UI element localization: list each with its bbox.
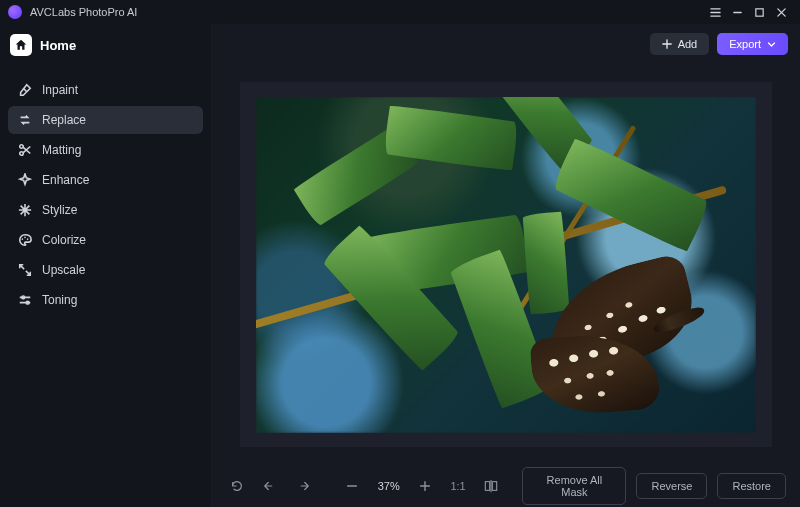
sidebar-tool-upscale[interactable]: Upscale [8, 256, 203, 284]
hamburger-menu-button[interactable] [704, 2, 726, 22]
sidebar: Home InpaintReplaceMattingEnhanceStylize… [0, 24, 212, 507]
add-button-label: Add [678, 38, 698, 50]
export-button-label: Export [729, 38, 761, 50]
sidebar-tool-inpaint[interactable]: Inpaint [8, 76, 203, 104]
home-label: Home [40, 38, 76, 53]
svg-rect-0 [755, 8, 762, 15]
expand-icon [18, 263, 32, 277]
svg-point-5 [27, 238, 29, 240]
image-preview[interactable] [256, 97, 756, 433]
svg-rect-8 [485, 482, 489, 491]
sidebar-tool-enhance[interactable]: Enhance [8, 166, 203, 194]
svg-point-1 [20, 145, 24, 149]
svg-point-2 [20, 152, 24, 156]
canvas-wrap [212, 64, 800, 465]
eraser-icon [18, 83, 32, 97]
bottom-toolbar: 37% 1:1 Remove All Mask Reverse Restore [212, 465, 800, 507]
canvas-stage[interactable] [240, 82, 772, 447]
zoom-percent: 37% [374, 480, 404, 492]
sidebar-tool-replace[interactable]: Replace [8, 106, 203, 134]
top-toolbar: Add Export [212, 24, 800, 64]
reverse-button[interactable]: Reverse [636, 473, 707, 499]
sidebar-tool-label: Inpaint [42, 83, 78, 97]
window-close-button[interactable] [770, 2, 792, 22]
chevron-down-icon [767, 40, 776, 49]
sidebar-tool-matting[interactable]: Matting [8, 136, 203, 164]
svg-point-3 [22, 238, 24, 240]
app-title: AVCLabs PhotoPro AI [30, 6, 137, 18]
tool-list: InpaintReplaceMattingEnhanceStylizeColor… [8, 76, 203, 314]
restore-button[interactable]: Restore [717, 473, 786, 499]
home-icon [10, 34, 32, 56]
remove-all-mask-button[interactable]: Remove All Mask [522, 467, 626, 505]
add-button[interactable]: Add [650, 33, 710, 55]
zoom-in-button[interactable] [414, 473, 437, 499]
zoom-out-button[interactable] [341, 473, 364, 499]
plus-icon [662, 39, 672, 49]
sidebar-tool-label: Toning [42, 293, 77, 307]
sidebar-tool-label: Matting [42, 143, 81, 157]
home-button[interactable]: Home [8, 30, 203, 66]
window-minimize-button[interactable] [726, 2, 748, 22]
sliders-icon [18, 293, 32, 307]
export-button[interactable]: Export [717, 33, 788, 55]
sidebar-tool-label: Enhance [42, 173, 89, 187]
zoom-fit-button[interactable]: 1:1 [446, 473, 469, 499]
sidebar-tool-stylize[interactable]: Stylize [8, 196, 203, 224]
app-logo-icon [8, 5, 22, 19]
redo-button[interactable] [291, 473, 314, 499]
sidebar-tool-label: Upscale [42, 263, 85, 277]
sidebar-tool-colorize[interactable]: Colorize [8, 226, 203, 254]
sidebar-tool-label: Stylize [42, 203, 77, 217]
palette-icon [18, 233, 32, 247]
sidebar-tool-toning[interactable]: Toning [8, 286, 203, 314]
undo-button[interactable] [259, 473, 282, 499]
svg-point-4 [24, 237, 26, 239]
compare-button[interactable] [480, 473, 503, 499]
sparkle-icon [18, 173, 32, 187]
scissors-icon [18, 143, 32, 157]
snowflake-icon [18, 203, 32, 217]
titlebar: AVCLabs PhotoPro AI [0, 0, 800, 24]
refresh-button[interactable] [226, 473, 249, 499]
work-area: Add Export [212, 24, 800, 507]
window-maximize-button[interactable] [748, 2, 770, 22]
swap-icon [18, 113, 32, 127]
svg-rect-9 [492, 482, 496, 491]
sidebar-tool-label: Replace [42, 113, 86, 127]
sidebar-tool-label: Colorize [42, 233, 86, 247]
